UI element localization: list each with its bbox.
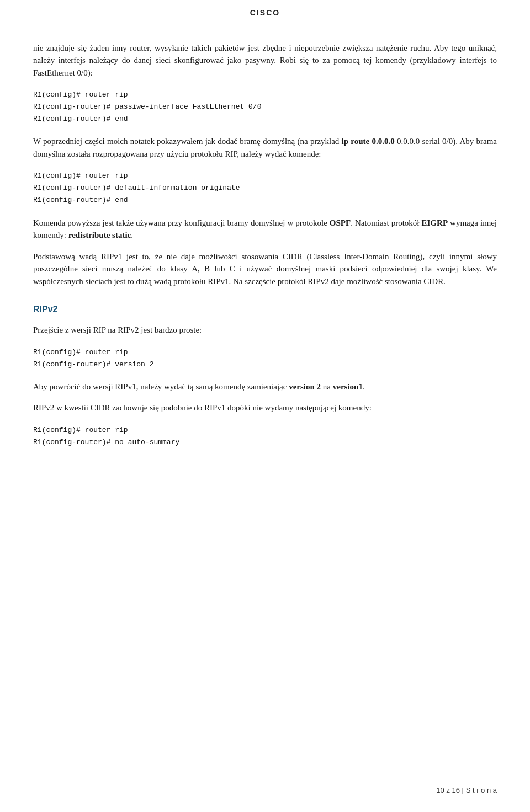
para6-end: . xyxy=(363,382,365,391)
para6-bold1: version 2 xyxy=(289,382,321,391)
para4-text: Podstawową wadą RIPv1 jest to, że nie da… xyxy=(33,252,497,286)
para1-text: nie znajduje się żaden inny router, wysy… xyxy=(33,44,497,77)
code-line: R1(config-router)# default-information o… xyxy=(33,182,497,194)
code-block-1: R1(config)# router rip R1(config-router)… xyxy=(33,89,497,125)
para3-end: . xyxy=(131,231,133,239)
para3-part2: . Natomiast protokół xyxy=(351,218,421,227)
footer-separator: | xyxy=(462,786,464,794)
code-block-2: R1(config)# router rip R1(config-router)… xyxy=(33,170,497,206)
para3-bold-ospf: OSPF xyxy=(330,218,351,227)
code-line: R1(config)# router rip xyxy=(33,346,497,359)
code-line: R1(config-router)# no auto-summary xyxy=(33,436,497,448)
paragraph-1: nie znajduje się żaden inny router, wysy… xyxy=(33,42,497,79)
para6-part1: Aby powrócić do wersji RIPv1, należy wyd… xyxy=(33,382,289,391)
code-line: R1(config-router)# passiwe-interface Fas… xyxy=(33,101,497,113)
footer-page-label: S t r o n a xyxy=(466,786,497,794)
para2-bold: ip route 0.0.0.0 xyxy=(342,137,395,146)
code-line: R1(config-router)# version 2 xyxy=(33,359,497,371)
page-footer: 10 z 16 | S t r o n a xyxy=(436,785,497,796)
para3-part1: Komenda powyższa jest także używana przy… xyxy=(33,218,330,227)
para3-bold-redistribute: redistribute static xyxy=(68,231,131,239)
para3-bold-eigrp: EIGRP xyxy=(422,218,448,227)
footer-page-number: 10 z 16 xyxy=(436,786,460,794)
code-line: R1(config-router)# end xyxy=(33,194,497,206)
para6-part2: na xyxy=(321,382,333,391)
section-heading-ripv2: RIPv2 xyxy=(33,303,497,316)
header-title: CISCO xyxy=(250,8,280,17)
code-line: R1(config-router)# end xyxy=(33,113,497,125)
page-container: CISCO nie znajduje się żaden inny router… xyxy=(0,0,530,812)
paragraph-3: Komenda powyższa jest także używana przy… xyxy=(33,217,497,242)
paragraph-6: Aby powrócić do wersji RIPv1, należy wyd… xyxy=(33,381,497,393)
para7-text: RIPv2 w kwestii CIDR zachowuje się podob… xyxy=(33,403,372,412)
ripv2-heading-text: RIPv2 xyxy=(33,304,57,314)
code-block-3: R1(config)# router rip R1(config-router)… xyxy=(33,346,497,371)
para5-text: Przejście z wersji RIP na RIPv2 jest bar… xyxy=(33,325,202,334)
paragraph-4: Podstawową wadą RIPv1 jest to, że nie da… xyxy=(33,250,497,288)
code-line: R1(config)# router rip xyxy=(33,424,497,436)
code-line: R1(config)# router rip xyxy=(33,170,497,182)
paragraph-5: Przejście z wersji RIP na RIPv2 jest bar… xyxy=(33,324,497,336)
code-line: R1(config)# router rip xyxy=(33,89,497,101)
paragraph-2: W poprzedniej części moich notatek pokaz… xyxy=(33,135,497,160)
para2-part1: W poprzedniej części moich notatek pokaz… xyxy=(33,137,342,146)
para6-bold2: version1 xyxy=(333,382,363,391)
page-content: nie znajduje się żaden inny router, wysy… xyxy=(33,42,497,448)
paragraph-7: RIPv2 w kwestii CIDR zachowuje się podob… xyxy=(33,402,497,414)
code-block-4: R1(config)# router rip R1(config-router)… xyxy=(33,424,497,448)
page-header: CISCO xyxy=(33,0,497,25)
